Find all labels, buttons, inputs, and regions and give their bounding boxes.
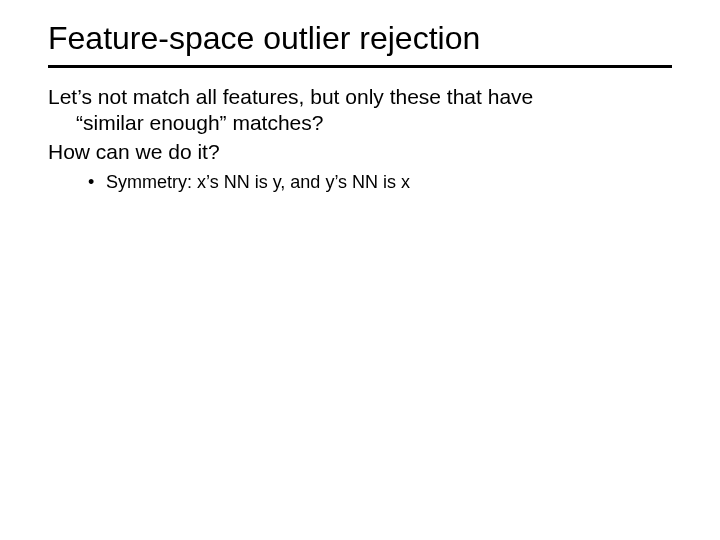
bullet-list: • Symmetry: x’s NN is y, and y’s NN is x	[88, 171, 672, 194]
body-line-1a: Let’s not match all features, but only t…	[48, 84, 672, 110]
list-item: • Symmetry: x’s NN is y, and y’s NN is x	[88, 171, 672, 194]
body-line-2: How can we do it?	[48, 139, 672, 165]
body-line-1b: “similar enough” matches?	[76, 110, 672, 136]
slide-title: Feature-space outlier rejection	[48, 20, 672, 68]
bullet-text: Symmetry: x’s NN is y, and y’s NN is x	[106, 171, 672, 194]
bullet-icon: •	[88, 171, 106, 194]
slide: Feature-space outlier rejection Let’s no…	[0, 0, 720, 540]
title-block: Feature-space outlier rejection	[48, 20, 672, 68]
body-block: Let’s not match all features, but only t…	[48, 84, 672, 193]
